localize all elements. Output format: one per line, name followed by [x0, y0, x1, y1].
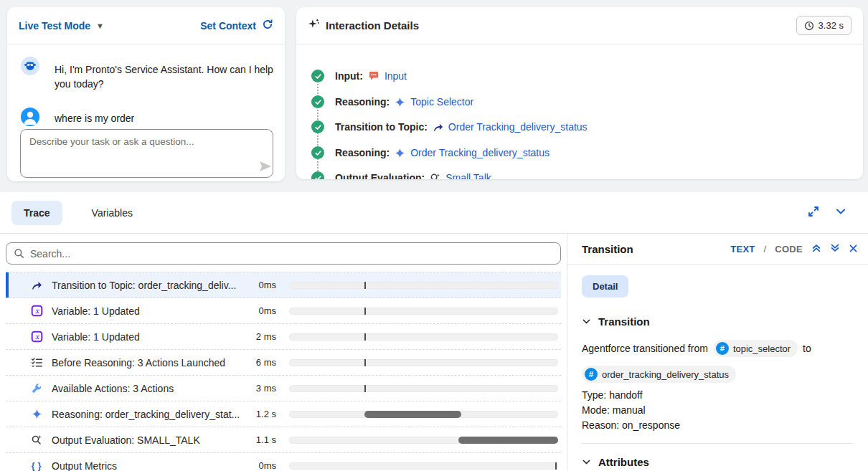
timeline-track [289, 308, 558, 315]
timeline-track [289, 462, 558, 470]
tab-variables[interactable]: Variables [80, 201, 145, 225]
transition-arrow-icon [30, 279, 43, 292]
timeline-track [289, 282, 558, 289]
timeline-track [289, 333, 558, 341]
view-text-toggle[interactable]: TEXT [730, 244, 755, 254]
chevron-down-icon[interactable]: ▼ [96, 22, 104, 30]
trace-row-reasoning[interactable]: Reasoning: order_tracking_delivery_stat.… [6, 401, 561, 427]
trace-row-output-evaluation[interactable]: Output Evaluation: SMALL_TALK 1.1 s [6, 427, 561, 453]
tab-trace[interactable]: Trace [11, 201, 62, 225]
transition-section-header[interactable]: Transition [582, 315, 650, 328]
trace-rows: Transition to Topic: order_tracking_deli… [6, 272, 561, 471]
success-check-icon [311, 120, 324, 133]
to-topic-chip[interactable]: # order_tracking_delivery_status [582, 366, 736, 383]
duration-value: 3.32 s [819, 20, 844, 31]
section-title: Transition [598, 315, 650, 328]
row-label: Transition to Topic: order_tracking_deli… [52, 280, 236, 291]
trace-row-output-metrics[interactable]: { } Output Metrics 0ms [6, 453, 561, 471]
collapse-chevron-icon[interactable] [835, 206, 846, 220]
interaction-title: Interaction Details [326, 19, 419, 32]
sentence-prefix: Agentforce transitioned from [582, 343, 708, 354]
step-input: Input: Input [311, 70, 407, 82]
row-time: 0ms [217, 305, 276, 316]
section-title: Attributes [598, 456, 649, 468]
prop-reason: Reason: on_response [582, 418, 680, 433]
interaction-details-panel: Interaction Details 3.32 s Input: Input … [296, 7, 863, 179]
transition-arrow-icon [433, 122, 443, 133]
step-link[interactable]: Order Tracking_delivery_status [410, 147, 549, 158]
trace-search [6, 242, 561, 265]
timeline-track [289, 385, 558, 392]
transition-properties: Type: handoff Mode: manual Reason: on_re… [582, 388, 680, 433]
step-link[interactable]: Small Talk [445, 172, 491, 179]
detail-tab-chip[interactable]: Detail [582, 275, 628, 298]
evaluation-icon [430, 173, 440, 180]
row-time: 1.1 s [217, 434, 276, 445]
trace-row-before-reasoning[interactable]: Before Reasoning: 3 Actions Launched 6 m… [6, 350, 561, 376]
duration-badge: 3.32 s [796, 16, 852, 35]
step-reasoning-2: Reasoning: Order Tracking_delivery_statu… [311, 146, 549, 159]
row-time: 3 ms [217, 383, 276, 394]
from-topic-name: topic_selector [733, 343, 791, 354]
row-label: Available Actions: 3 Actions [52, 383, 174, 394]
search-input[interactable] [30, 248, 553, 260]
checklist-icon [30, 356, 43, 369]
close-icon[interactable] [849, 243, 858, 256]
refresh-icon[interactable] [262, 19, 273, 33]
timeline-marker [364, 385, 366, 392]
double-chevron-down-icon[interactable] [830, 243, 840, 256]
person-icon [21, 108, 39, 126]
view-toggle-separator: / [764, 244, 767, 254]
chat-icon [368, 70, 379, 82]
success-check-icon [311, 146, 324, 159]
success-check-icon [311, 70, 324, 82]
diamond-icon [395, 97, 405, 108]
step-link[interactable]: Order Tracking_delivery_status [448, 121, 588, 133]
chevron-down-icon [582, 317, 591, 326]
step-transition: Transition to Topic: Order Tracking_deli… [311, 120, 588, 133]
trace-row-available-actions[interactable]: Available Actions: 3 Actions 3 ms [6, 376, 561, 401]
timeline-marker [364, 308, 366, 315]
row-time: 6 ms [217, 357, 276, 368]
timeline-marker [364, 359, 366, 366]
test-mode-selector[interactable]: Live Test Mode [19, 20, 90, 32]
view-code-toggle[interactable]: CODE [775, 244, 803, 254]
from-topic-chip[interactable]: # topic_selector [713, 340, 798, 357]
timeline-marker [555, 462, 557, 470]
row-label: Reasoning: order_tracking_delivery_stat.… [52, 409, 240, 420]
step-link[interactable]: Input [385, 70, 407, 82]
diamond-icon [395, 148, 405, 158]
attributes-section-header[interactable]: Attributes [582, 456, 649, 468]
timeline-track [289, 359, 558, 366]
clock-icon [804, 21, 814, 31]
step-reasoning-1: Reasoning: Topic Selector [311, 95, 473, 108]
chevron-down-icon [582, 457, 591, 467]
send-icon[interactable] [258, 160, 273, 173]
step-label: Input: [335, 70, 363, 82]
double-chevron-up-icon[interactable] [811, 243, 821, 256]
row-label: Output Evaluation: SMALL_TALK [52, 434, 200, 446]
timeline-track [289, 437, 558, 444]
expand-icon[interactable] [808, 206, 819, 220]
timeline-marker [364, 333, 366, 341]
trace-row-transition[interactable]: Transition to Topic: order_tracking_deli… [6, 272, 561, 298]
interaction-header: Interaction Details 3.32 s [296, 7, 863, 44]
detail-title: Transition [582, 243, 633, 255]
detail-panel: Transition TEXT / CODE Detail Tran [567, 234, 868, 471]
search-icon [14, 248, 24, 259]
timeline-marker [364, 411, 461, 418]
set-context-button[interactable]: Set Context [200, 20, 256, 32]
robot-icon [24, 60, 37, 72]
user-message: where is my order [55, 113, 134, 124]
hash-icon: # [585, 368, 598, 381]
row-time: 0ms [217, 280, 276, 290]
braces-icon: { } [30, 460, 43, 471]
trace-row-variable[interactable]: x Variable: 1 Updated 2 ms [6, 324, 561, 350]
task-input[interactable] [20, 129, 273, 178]
step-output-evaluation: Output Evaluation: Small Talk [311, 171, 491, 179]
svg-text:x: x [34, 307, 39, 315]
row-label: Before Reasoning: 3 Actions Launched [52, 357, 225, 368]
trace-row-variable[interactable]: x Variable: 1 Updated 0ms [6, 298, 561, 324]
step-link[interactable]: Topic Selector [410, 96, 473, 108]
section-divider [582, 443, 852, 444]
